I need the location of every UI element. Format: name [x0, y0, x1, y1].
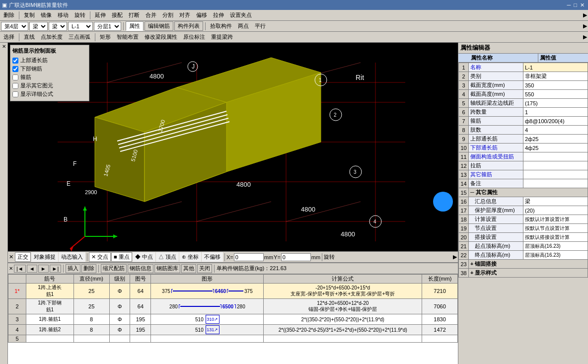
prop-value-8[interactable]: 4: [523, 126, 588, 135]
midpoint-btn[interactable]: ■ 重点: [111, 252, 132, 262]
prop-value-6[interactable]: 1: [523, 108, 588, 117]
delete-btn[interactable]: 删除: [1, 10, 17, 20]
smart-layout-btn[interactable]: 智能布置: [114, 32, 141, 42]
more-btn2[interactable]: ▶: [583, 23, 587, 29]
move-btn[interactable]: 移动: [55, 10, 71, 20]
show-others-check[interactable]: [12, 83, 18, 89]
stretch-btn[interactable]: 拉伸: [211, 10, 226, 20]
close-icon-snap[interactable]: ✕: [9, 254, 13, 260]
offset-btn[interactable]: 偏移: [194, 10, 210, 20]
edit-rebar-tab[interactable]: 编辑钢筋: [145, 21, 173, 31]
y-input[interactable]: 0: [281, 253, 311, 261]
prop-value-4[interactable]: 550: [523, 90, 588, 99]
intersect-btn[interactable]: ✕ 交点: [89, 252, 111, 262]
delete-row-btn[interactable]: 删除: [81, 264, 96, 273]
property-tab[interactable]: 属性: [126, 21, 144, 31]
next-nav-btn[interactable]: ►: [38, 265, 49, 273]
center-btn[interactable]: ◆ 中点: [133, 252, 155, 262]
prop-value-19[interactable]: 按默认节点设置计算: [523, 224, 588, 233]
mirror-btn[interactable]: 镜像: [38, 10, 54, 20]
close-bottom-icon[interactable]: ✕: [9, 266, 13, 271]
prop-value-14[interactable]: [523, 179, 588, 188]
trim-btn[interactable]: 接配: [109, 10, 125, 20]
close-btn[interactable]: ✕: [580, 2, 585, 8]
snap-toolbar: ✕ 正交 对象捕捉 动态输入 ✕ 交点 ■ 重点 ◆ 中点 △ 顶点 ⊕ 坐标 …: [8, 251, 458, 262]
fig-1: 64: [130, 284, 151, 299]
rotate-btn[interactable]: 旋转: [72, 10, 88, 20]
prop-value-7[interactable]: ф8@100/200(4): [523, 117, 588, 126]
other-btn[interactable]: 其他: [181, 264, 196, 273]
prop-value-12[interactable]: [523, 161, 588, 170]
maximize-btn[interactable]: □: [574, 2, 577, 8]
split-btn[interactable]: 分割: [160, 10, 176, 20]
object-snap-btn[interactable]: 对象捕捉: [31, 252, 58, 262]
show-formula-check[interactable]: [12, 91, 18, 97]
merge-btn[interactable]: 合并: [143, 10, 159, 20]
prop-row-21: 21 起点顶标高(m) 层顶标高(16.23): [459, 242, 588, 251]
expand-icon-15[interactable]: ─: [470, 189, 476, 195]
two-point-btn[interactable]: 两点: [235, 21, 251, 31]
prop-value-10[interactable]: 4ф25: [523, 144, 588, 152]
point-length-btn[interactable]: 点加长度: [38, 32, 65, 42]
prop-value-22[interactable]: 层顶标高(16.23): [523, 251, 588, 260]
sub-layer-select[interactable]: 分层1: [94, 22, 121, 31]
more-btn3[interactable]: ▶: [583, 34, 587, 40]
prop-value-5[interactable]: (175): [523, 99, 588, 108]
prop-value-13[interactable]: [523, 170, 588, 179]
close-btn2[interactable]: 关闭: [197, 264, 212, 273]
layer-select[interactable]: 第4层: [1, 22, 28, 31]
type-select2[interactable]: 梁: [49, 22, 67, 31]
prop-value-1[interactable]: L-1: [523, 63, 588, 72]
element-list-tab[interactable]: 构件列表: [174, 21, 203, 31]
align-btn[interactable]: 对齐: [177, 10, 193, 20]
more-btn[interactable]: ▶: [583, 12, 587, 18]
original-mark-btn[interactable]: 原位标注: [181, 32, 208, 42]
expand-icon-38[interactable]: +: [470, 270, 475, 276]
coord-btn[interactable]: ⊕ 坐标: [179, 252, 201, 262]
copy-btn[interactable]: 复制: [21, 10, 37, 20]
rebar-info-btn[interactable]: 钢筋信息: [128, 264, 153, 273]
rebar-lib-btn[interactable]: 钢筋图库: [154, 264, 180, 273]
x-input[interactable]: 0: [234, 253, 264, 261]
last-nav-btn[interactable]: ►|: [50, 265, 62, 273]
dynamic-input-btn[interactable]: 动态输入: [59, 252, 85, 262]
no-offset-btn[interactable]: 不偏移: [202, 252, 223, 262]
pick-element-btn[interactable]: 拾取构件: [208, 21, 234, 31]
prop-value-17[interactable]: (20): [523, 206, 588, 215]
more-snap-btn[interactable]: ▶: [453, 254, 457, 260]
arc-btn[interactable]: 三点画弧: [66, 32, 93, 42]
minimize-btn[interactable]: ─: [567, 2, 571, 8]
bottom-rebar-check[interactable]: [12, 66, 18, 72]
re-extract-btn[interactable]: 重提梁跨: [209, 32, 235, 42]
grip-btn[interactable]: 设置夹点: [227, 10, 254, 20]
prop-value-9[interactable]: 2ф25: [523, 135, 588, 144]
top-rebar-check[interactable]: [12, 58, 18, 64]
vertex-btn[interactable]: △ 顶点: [156, 252, 179, 262]
prop-value-18[interactable]: 按默认计算设置计算: [523, 215, 588, 224]
select-btn[interactable]: 选择: [1, 32, 17, 42]
rect-btn[interactable]: 矩形: [97, 32, 113, 42]
main-content: 钢筋显示控制面板 上部通长筋 下部钢筋 箍筋: [8, 43, 588, 364]
prop-value-21[interactable]: 层顶标高(16.23): [523, 242, 588, 251]
prop-value-11[interactable]: [523, 152, 588, 161]
element-id-select[interactable]: L-1: [68, 22, 93, 31]
stirrup-check[interactable]: [12, 74, 18, 80]
prop-value-3[interactable]: 350: [523, 81, 588, 90]
modify-beam-prop-btn[interactable]: 修改梁段属性: [142, 32, 180, 42]
prop-value-16[interactable]: 梁: [523, 197, 588, 206]
parallel-btn[interactable]: 平行: [252, 21, 268, 31]
line-btn[interactable]: 直线: [21, 32, 37, 42]
break-btn[interactable]: 打断: [126, 10, 142, 20]
formula-4: 2*((350-2*20-2*d-25)/3*1+25+2*d)+(550-2*…: [264, 325, 422, 335]
close-sidebar-icon[interactable]: ✕: [2, 44, 6, 49]
first-nav-btn[interactable]: |◄: [14, 265, 26, 273]
scale-rebar-btn[interactable]: 缩尺配筋: [101, 264, 127, 273]
extend-btn[interactable]: 延伸: [92, 10, 108, 20]
prop-value-20[interactable]: 按默认搭接设置计算: [523, 233, 588, 242]
insert-row-btn[interactable]: 插入: [66, 264, 80, 273]
type-select1[interactable]: 梁: [29, 22, 48, 31]
expand-icon-23[interactable]: +: [470, 261, 475, 267]
orthogonal-btn[interactable]: 正交: [15, 252, 31, 262]
prop-value-2[interactable]: 非框架梁: [523, 72, 588, 81]
prev-nav-btn[interactable]: ◄: [27, 265, 37, 273]
